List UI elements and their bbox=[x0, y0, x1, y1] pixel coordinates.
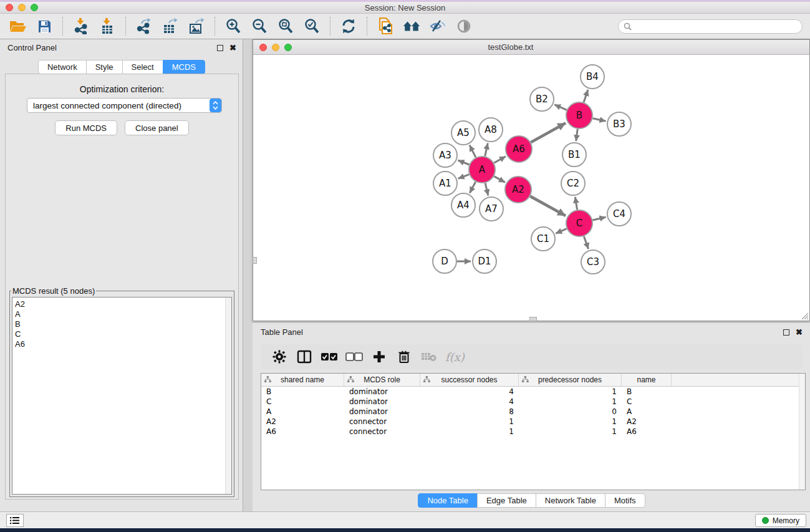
tab-style[interactable]: Style bbox=[86, 60, 123, 74]
graph-node-A6[interactable]: A6 bbox=[506, 136, 532, 162]
delete-column-icon[interactable] bbox=[395, 347, 413, 366]
column-header-name[interactable]: name bbox=[622, 374, 672, 386]
network-window-titlebar[interactable]: testGlobe.txt bbox=[253, 40, 809, 55]
result-item-a2[interactable]: A2 bbox=[12, 299, 231, 309]
eye-icon[interactable] bbox=[455, 17, 473, 36]
run-mcds-button[interactable]: Run MCDS bbox=[55, 120, 117, 135]
edge-A6-B[interactable] bbox=[531, 123, 566, 142]
edge-A-A8[interactable] bbox=[485, 143, 488, 156]
table-row-b[interactable]: Bdominator41B bbox=[261, 387, 805, 397]
close-window-button[interactable] bbox=[6, 4, 13, 11]
graph-node-C[interactable]: C bbox=[566, 210, 592, 236]
graph-node-C1[interactable]: C1 bbox=[531, 227, 555, 251]
resize-grip[interactable] bbox=[799, 311, 809, 320]
edge-A-A7[interactable] bbox=[485, 183, 488, 195]
tab-edge-table[interactable]: Edge Table bbox=[477, 493, 536, 508]
zoom-selected-icon[interactable] bbox=[302, 17, 321, 36]
graph-node-D1[interactable]: D1 bbox=[473, 249, 496, 273]
network-maximize-button[interactable] bbox=[284, 44, 292, 51]
column-header-mcds-role[interactable]: MCDS role bbox=[344, 374, 420, 386]
edge-C-C3[interactable] bbox=[584, 236, 588, 249]
network-close-button[interactable] bbox=[259, 44, 267, 51]
result-item-b[interactable]: B bbox=[12, 319, 231, 329]
graph-node-A5[interactable]: A5 bbox=[451, 121, 475, 145]
hide-labels-icon[interactable] bbox=[428, 17, 447, 36]
edge-B-B3[interactable] bbox=[592, 118, 605, 122]
home-networks-icon[interactable] bbox=[402, 17, 421, 36]
graph-node-C3[interactable]: C3 bbox=[581, 250, 605, 274]
close-panel-button[interactable]: Close panel bbox=[125, 120, 189, 135]
edge-A-A1[interactable] bbox=[458, 175, 470, 179]
graph-node-A7[interactable]: A7 bbox=[480, 197, 503, 221]
table-row-a2[interactable]: A2connector11A2 bbox=[261, 417, 805, 427]
minimize-window-button[interactable] bbox=[18, 4, 26, 11]
export-image-icon[interactable] bbox=[187, 17, 206, 36]
float-panel-icon[interactable] bbox=[217, 45, 223, 51]
search-input[interactable] bbox=[635, 22, 797, 31]
network-graph[interactable]: AA1A3A4A5A7A8A6A2BB1B2B3B4CC1C2C3C4DD1 bbox=[254, 56, 809, 320]
edge-A-A2[interactable] bbox=[494, 177, 505, 183]
graph-node-A4[interactable]: A4 bbox=[451, 193, 475, 217]
edge-A-A5[interactable] bbox=[470, 145, 476, 158]
result-item-a[interactable]: A bbox=[12, 309, 231, 319]
graph-node-C2[interactable]: C2 bbox=[561, 172, 585, 195]
memory-button[interactable]: Memory bbox=[755, 514, 806, 527]
optimization-criterion-select[interactable]: largest connected component (directed) bbox=[27, 98, 222, 113]
import-table-icon[interactable] bbox=[98, 17, 117, 36]
edge-C-C2[interactable] bbox=[575, 197, 577, 210]
tab-network[interactable]: Network bbox=[38, 60, 87, 74]
graph-node-B[interactable]: B bbox=[566, 102, 592, 128]
column-header-successor-nodes[interactable]: successor nodes bbox=[420, 374, 519, 386]
search-field[interactable] bbox=[618, 19, 803, 34]
tab-select[interactable]: Select bbox=[122, 60, 163, 74]
column-header-shared-name[interactable]: shared name bbox=[261, 374, 344, 386]
show-columns-icon[interactable] bbox=[295, 347, 314, 366]
edge-A-A3[interactable] bbox=[458, 160, 469, 165]
graph-node-A3[interactable]: A3 bbox=[433, 143, 457, 167]
network-minimize-button[interactable] bbox=[272, 44, 279, 51]
table-settings-gear-icon[interactable] bbox=[270, 347, 289, 366]
graph-node-A8[interactable]: A8 bbox=[479, 118, 503, 142]
close-panel-icon[interactable]: ✖ bbox=[229, 45, 236, 51]
tab-motifs[interactable]: Motifs bbox=[605, 493, 645, 508]
graph-node-B2[interactable]: B2 bbox=[530, 87, 554, 111]
table-row-a6[interactable]: A6connector11A6 bbox=[261, 427, 805, 437]
table-row-c[interactable]: Cdominator41C bbox=[261, 397, 805, 407]
result-item-a6[interactable]: A6 bbox=[12, 339, 231, 349]
close-table-panel-icon[interactable]: ✖ bbox=[796, 329, 803, 336]
create-column-icon[interactable] bbox=[370, 347, 388, 366]
graph-node-A1[interactable]: A1 bbox=[433, 172, 457, 195]
refresh-layout-icon[interactable] bbox=[339, 17, 358, 36]
float-table-panel-icon[interactable] bbox=[783, 329, 789, 336]
graph-node-A2[interactable]: A2 bbox=[505, 177, 531, 203]
network-canvas[interactable]: AA1A3A4A5A7A8A6A2BB1B2B3B4CC1C2C3C4DD1 bbox=[254, 56, 809, 320]
graph-node-D[interactable]: D bbox=[433, 249, 456, 273]
import-network-icon[interactable] bbox=[72, 17, 90, 36]
canvas-left-handle[interactable] bbox=[253, 257, 257, 264]
zoom-fit-icon[interactable] bbox=[276, 17, 295, 36]
open-session-icon[interactable] bbox=[9, 17, 27, 36]
graph-node-C4[interactable]: C4 bbox=[607, 202, 631, 226]
table-row-a[interactable]: Adominator80A bbox=[261, 407, 805, 417]
canvas-bottom-handle[interactable] bbox=[529, 317, 537, 321]
result-list-scrollbar[interactable] bbox=[225, 297, 231, 494]
edge-A-A4[interactable] bbox=[470, 181, 476, 193]
tab-node-table[interactable]: Node Table bbox=[418, 493, 478, 508]
edge-B-B2[interactable] bbox=[554, 105, 567, 110]
edge-C-C1[interactable] bbox=[556, 229, 567, 234]
graph-node-B3[interactable]: B3 bbox=[607, 112, 631, 136]
table-scrollbar[interactable] bbox=[799, 374, 805, 490]
edge-B-B4[interactable] bbox=[584, 90, 588, 102]
task-history-button[interactable] bbox=[6, 514, 24, 527]
graph-node-B1[interactable]: B1 bbox=[562, 143, 586, 167]
export-network-icon[interactable] bbox=[135, 17, 153, 36]
graph-node-A[interactable]: A bbox=[469, 157, 495, 183]
edge-B-B1[interactable] bbox=[576, 129, 577, 141]
result-item-c[interactable]: C bbox=[12, 329, 231, 339]
export-table-icon[interactable] bbox=[161, 17, 180, 36]
zoom-out-icon[interactable] bbox=[250, 17, 269, 36]
tab-network-table[interactable]: Network Table bbox=[536, 493, 605, 508]
clone-network-icon[interactable] bbox=[376, 17, 395, 36]
edge-A2-C[interactable] bbox=[530, 196, 566, 216]
tab-mcds[interactable]: MCDS bbox=[163, 60, 205, 74]
